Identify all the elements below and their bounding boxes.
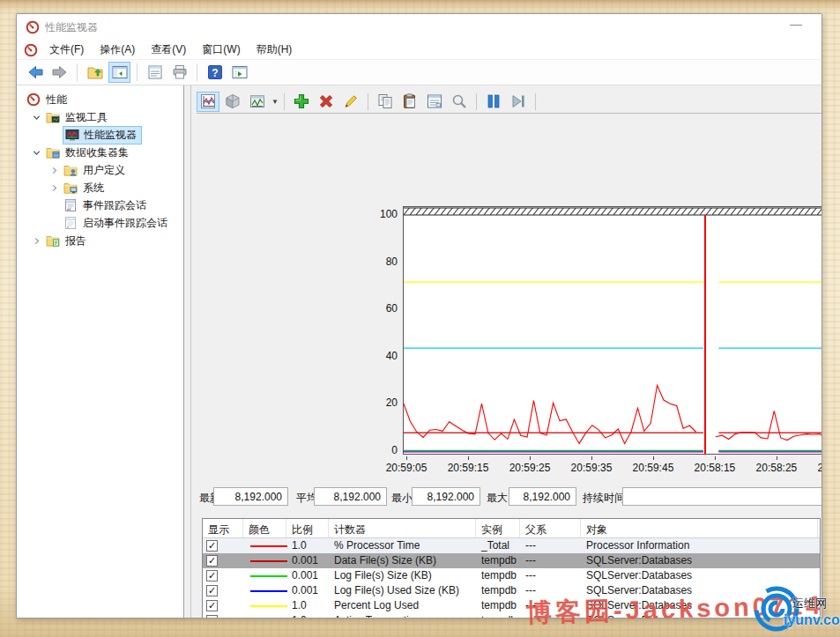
- cell-counter: Log File(s) Size (KB): [329, 568, 476, 583]
- delete-counter-button[interactable]: [315, 92, 338, 112]
- show-checkbox[interactable]: ✓: [206, 555, 218, 567]
- table-row[interactable]: ✓0.001Data File(s) Size (KB)tempdb---SQL…: [203, 553, 820, 568]
- column-header-7[interactable]: 对象: [581, 519, 818, 537]
- menu-item-3[interactable]: 查看(V): [143, 41, 194, 57]
- folder-system-icon: [63, 181, 79, 195]
- sidebar-item-label: 系统: [79, 180, 108, 196]
- cell-counter: Data File(s) Size (KB): [329, 553, 476, 568]
- sidebar-item-2[interactable]: 监视工具: [17, 108, 183, 126]
- chevron-down-icon[interactable]: [27, 149, 45, 157]
- toggle-console-tree-button[interactable]: [108, 62, 130, 83]
- table-row[interactable]: ✓0.001Log File(s) Size (KB)tempdb---SQLS…: [203, 568, 820, 583]
- sidebar-item-4[interactable]: 数据收集器集: [17, 144, 183, 161]
- new-window-button[interactable]: [228, 62, 250, 83]
- cell-counter: % Processor Time: [329, 538, 476, 553]
- app-icon: [26, 20, 40, 34]
- cell-scale: 1.0: [286, 613, 329, 618]
- chevron-right-icon[interactable]: [27, 237, 45, 245]
- freeze-display-button[interactable]: [482, 92, 505, 112]
- sidebar-item-label: 事件跟踪会话: [79, 197, 150, 214]
- sidebar-item-6[interactable]: 系统: [17, 179, 183, 196]
- console-icon: [24, 43, 38, 57]
- menu-item-4[interactable]: 窗口(W): [194, 41, 248, 57]
- column-header-2[interactable]: 颜色: [243, 519, 286, 537]
- sidebar-item-9[interactable]: 报告: [17, 232, 183, 249]
- export-list-button[interactable]: [144, 62, 166, 83]
- table-header-row: 显示颜色比例计数器实例父系对象: [203, 519, 820, 538]
- x-axis-tick-label: 20:59:15: [448, 462, 489, 474]
- properties-button[interactable]: [423, 92, 446, 112]
- stat-label: 持续时间: [583, 491, 625, 506]
- paste-counter-list-button[interactable]: [398, 92, 421, 112]
- desktop-background: { "window": { "title": "性能监视器", "minimiz…: [0, 0, 840, 637]
- x-axis-tick: [653, 456, 654, 460]
- pane-splitter[interactable]: [184, 85, 191, 618]
- performance-icon: [26, 93, 42, 107]
- cell-parent: ---: [520, 568, 581, 583]
- cell-scale: 1.0: [286, 538, 329, 553]
- counter-color-line: [250, 575, 287, 577]
- column-header-3[interactable]: 比例: [286, 519, 329, 537]
- add-counter-button[interactable]: [290, 92, 313, 112]
- chevron-down-icon[interactable]: [27, 114, 45, 122]
- chart-toolbar: ▼: [197, 90, 821, 114]
- view-report-button[interactable]: [221, 92, 244, 112]
- cell-scale: 0.001: [286, 553, 329, 568]
- x-axis-tick: [406, 456, 407, 460]
- show-checkbox[interactable]: ✓: [206, 570, 218, 581]
- x-axis-tick: [715, 456, 716, 460]
- cell-instance: tempdb: [476, 553, 520, 568]
- zoom-button[interactable]: [448, 92, 471, 112]
- forward-button[interactable]: [48, 62, 71, 83]
- sidebar-item-3[interactable]: 性能监视器: [17, 126, 183, 144]
- chart-type-menu-button[interactable]: [246, 92, 269, 112]
- chevron-right-icon[interactable]: [45, 184, 63, 192]
- copy-properties-button[interactable]: [374, 92, 397, 112]
- x-axis-tick-label: 20:58:25: [756, 462, 798, 474]
- column-header-1[interactable]: 显示: [203, 519, 243, 537]
- menu-item-5[interactable]: 帮助(H): [249, 41, 301, 57]
- show-checkbox[interactable]: ✓: [206, 540, 218, 552]
- x-axis-tick: [468, 456, 469, 460]
- chevron-down-icon[interactable]: ▼: [271, 98, 279, 106]
- show-checkbox[interactable]: ✓: [206, 585, 218, 596]
- folder-monitor-icon: [46, 110, 62, 124]
- update-data-button[interactable]: [507, 92, 530, 112]
- menu-item-2[interactable]: 操作(A): [92, 41, 143, 57]
- help-button[interactable]: ?: [204, 62, 226, 83]
- column-header-6[interactable]: 父系: [520, 519, 581, 537]
- x-axis-tick-label: 20:59:35: [571, 462, 613, 474]
- folder-user-icon: [63, 163, 79, 177]
- event-page-icon: [63, 198, 79, 212]
- y-axis-tick-label: 60: [368, 302, 398, 315]
- minimize-button[interactable]: —: [783, 14, 809, 37]
- stat-label: 最小: [391, 491, 413, 506]
- up-one-level-button[interactable]: [84, 62, 106, 83]
- x-axis-tick-label: 20:59:45: [633, 462, 674, 474]
- show-checkbox[interactable]: ✓: [206, 600, 218, 611]
- back-button[interactable]: [24, 62, 46, 83]
- show-checkbox[interactable]: ✓: [206, 615, 218, 618]
- stat-value: 8,192.000: [213, 487, 288, 506]
- sidebar-item-5[interactable]: 用户定义: [17, 161, 183, 179]
- column-header-4[interactable]: 计数器: [329, 519, 476, 537]
- menu-item-1[interactable]: 文件(F): [41, 41, 92, 57]
- sidebar-item-7[interactable]: 事件跟踪会话: [17, 196, 183, 214]
- chart-plot-area: [403, 206, 822, 455]
- column-header-5[interactable]: 实例: [476, 519, 520, 537]
- chevron-right-icon[interactable]: [45, 167, 63, 174]
- sidebar-item-8[interactable]: 启动事件跟踪会话: [17, 214, 183, 232]
- print-button[interactable]: [168, 62, 190, 83]
- cell-counter: Active Transactions: [329, 613, 476, 618]
- toolbar-separator: [535, 93, 536, 110]
- highlight-button[interactable]: [339, 92, 362, 112]
- cell-counter: Percent Log Used: [329, 598, 476, 613]
- sidebar-item-label: 监视工具: [62, 109, 111, 126]
- stat-value: [622, 487, 822, 506]
- x-axis-tick-label: 20:59:25: [509, 462, 551, 474]
- sidebar-item-1[interactable]: 性能: [17, 91, 183, 108]
- menu-bar: 文件(F)操作(A)查看(V)窗口(W)帮助(H): [17, 41, 821, 60]
- table-row[interactable]: ✓1.0% Processor Time_Total---Processor I…: [203, 538, 820, 553]
- chart-type-line-button[interactable]: [197, 92, 219, 112]
- toolbar-separator: [284, 93, 285, 110]
